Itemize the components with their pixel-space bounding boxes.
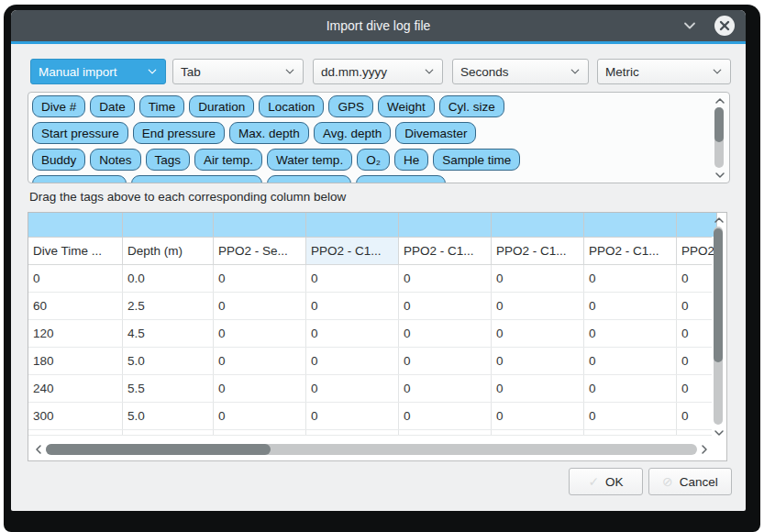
- cancel-circle-icon: ⊘: [662, 474, 673, 489]
- tag-dive-number[interactable]: Dive #: [32, 95, 85, 117]
- import-mode-value: Manual import: [39, 65, 117, 79]
- column-header[interactable]: Depth (m): [123, 238, 214, 264]
- table-cell: 0: [584, 403, 677, 429]
- scroll-right-icon[interactable]: [699, 444, 710, 455]
- date-format-select[interactable]: dd.mm.yyyy: [313, 59, 443, 84]
- chevron-down-icon: [682, 18, 697, 33]
- tag-location[interactable]: Location: [259, 95, 324, 117]
- table-horizontal-scrollbar[interactable]: [33, 443, 710, 456]
- scroll-left-icon[interactable]: [33, 444, 44, 455]
- table-row[interactable]: 240 5.5 0 0 0 0 0 0: [28, 375, 712, 403]
- table-cell: 0: [584, 293, 677, 319]
- table-cell: 0: [584, 348, 677, 374]
- titlebar[interactable]: Import dive log file: [11, 10, 746, 41]
- drop-cell[interactable]: [123, 213, 214, 237]
- screenshot-canvas: Import dive log file Manual import Tab d…: [0, 0, 764, 532]
- table-row[interactable]: 180 5.0 0 0 0 0 0 0: [28, 348, 712, 375]
- tag-sample-cns[interactable]: Sample CNS: [356, 175, 446, 183]
- table-vertical-scrollbar[interactable]: [712, 215, 725, 438]
- tag-divemaster[interactable]: Divemaster: [395, 122, 476, 144]
- tag-avg-depth[interactable]: Avg. depth: [314, 122, 391, 144]
- table-cell: 0: [214, 320, 306, 347]
- tag-row: Dive # Date Time Duration Location GPS W…: [32, 95, 692, 117]
- tag-cyl-size[interactable]: Cyl. size: [439, 95, 504, 117]
- scrollbar-thumb[interactable]: [714, 228, 723, 362]
- tag-duration[interactable]: Duration: [189, 95, 254, 117]
- import-mode-select[interactable]: Manual import: [30, 59, 166, 84]
- tag-start-pressure[interactable]: Start pressure: [32, 122, 128, 144]
- column-header[interactable]: PPO2 - C1...: [399, 238, 492, 264]
- tag-pool-scrollbar[interactable]: [713, 95, 726, 181]
- table-cell: 0: [306, 293, 399, 319]
- tag-o2[interactable]: O₂: [357, 149, 390, 171]
- column-header[interactable]: PPO2 - Se...: [214, 238, 306, 264]
- accent-line: [11, 41, 746, 44]
- ok-button-label: OK: [605, 475, 624, 489]
- scroll-down-icon[interactable]: [712, 427, 725, 438]
- cancel-button[interactable]: ⊘ Cancel: [648, 468, 732, 495]
- tag-sample-temperature[interactable]: Sample temperature: [131, 175, 261, 183]
- table-cell: 0: [584, 320, 677, 347]
- table-cell: 4.5: [123, 320, 214, 347]
- drop-cell[interactable]: [492, 213, 584, 237]
- table-cell: 0: [214, 265, 306, 292]
- table-cell: 0: [306, 403, 399, 429]
- tag-weight[interactable]: Weight: [378, 95, 435, 117]
- column-header-highlighted[interactable]: PPO2 - C1...: [306, 238, 399, 264]
- tag-buddy[interactable]: Buddy: [32, 149, 85, 171]
- table-cell: 0: [306, 375, 399, 402]
- drop-cell[interactable]: [306, 213, 399, 237]
- table-row[interactable]: 120 4.5 0 0 0 0 0 0: [28, 320, 712, 348]
- tag-tags[interactable]: Tags: [146, 149, 191, 171]
- table-cell: 5.0: [123, 403, 214, 429]
- tag-end-pressure[interactable]: End pressure: [133, 122, 225, 144]
- tag-sample-po2[interactable]: Sample pO₂: [267, 175, 352, 183]
- table-cell: 0: [399, 293, 492, 319]
- units-value: Metric: [605, 65, 639, 79]
- tag-gps[interactable]: GPS: [328, 95, 373, 117]
- scrollbar-thumb[interactable]: [714, 107, 724, 142]
- tag-date[interactable]: Date: [90, 95, 135, 117]
- close-icon: [719, 20, 730, 31]
- table-cell: 0: [28, 265, 123, 292]
- tag-notes[interactable]: Notes: [90, 149, 140, 171]
- drop-cell[interactable]: [214, 213, 306, 237]
- table-row[interactable]: 300 5.0 0 0 0 0 0 0: [28, 403, 712, 430]
- tag-time[interactable]: Time: [139, 95, 185, 117]
- scrollbar-thumb[interactable]: [46, 444, 271, 455]
- drop-cell[interactable]: [399, 213, 492, 237]
- tag-air-temp[interactable]: Air temp.: [194, 149, 262, 171]
- tag-sample-time[interactable]: Sample time: [433, 149, 520, 171]
- field-separator-select[interactable]: Tab: [172, 59, 304, 84]
- column-header[interactable]: PPO2 - C1...: [492, 238, 584, 264]
- table-cell: 0: [584, 265, 677, 292]
- column-header[interactable]: Dive Time ...: [28, 238, 123, 264]
- table-cell: 180: [28, 348, 123, 374]
- drop-cell[interactable]: [28, 213, 123, 237]
- table-cell: 0: [306, 265, 399, 292]
- tag-water-temp[interactable]: Water temp.: [267, 149, 352, 171]
- table-cell: 0: [214, 403, 306, 429]
- ok-button[interactable]: ✓ OK: [569, 468, 643, 495]
- scroll-up-icon[interactable]: [713, 95, 726, 106]
- check-icon: ✓: [588, 474, 599, 489]
- duration-format-select[interactable]: Seconds: [452, 59, 589, 84]
- table-cell: 5.5: [123, 375, 214, 402]
- table-row[interactable]: 0 0.0 0 0 0 0 0 0: [28, 265, 712, 293]
- tag-max-depth[interactable]: Max. depth: [229, 122, 309, 144]
- tag-he[interactable]: He: [394, 149, 428, 171]
- scroll-down-icon[interactable]: [713, 170, 726, 181]
- drop-cell[interactable]: [584, 213, 677, 237]
- table-row[interactable]: 60 2.5 0 0 0 0 0 0: [28, 293, 712, 320]
- units-select[interactable]: Metric: [597, 59, 731, 84]
- scrollbar-track[interactable]: [714, 107, 724, 168]
- close-button[interactable]: [714, 16, 735, 36]
- shade-button[interactable]: [681, 17, 698, 34]
- column-header[interactable]: PPO2 - C1...: [584, 238, 677, 264]
- scroll-up-icon[interactable]: [712, 215, 725, 226]
- date-format-value: dd.mm.yyyy: [321, 65, 387, 79]
- drag-instruction-label: Drag the tags above to each correspondin…: [29, 190, 346, 204]
- scrollbar-track[interactable]: [46, 444, 697, 455]
- scrollbar-track[interactable]: [714, 227, 723, 425]
- tag-sample-depth[interactable]: Sample depth: [32, 175, 127, 183]
